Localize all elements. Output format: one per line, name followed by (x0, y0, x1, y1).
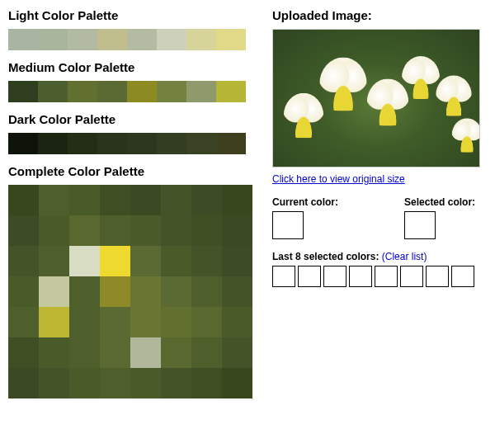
palette-swatch[interactable] (97, 133, 127, 154)
palette-swatch[interactable] (161, 215, 191, 246)
palette-swatch[interactable] (130, 185, 161, 215)
palette-swatch[interactable] (127, 29, 157, 50)
palette-swatch[interactable] (161, 185, 191, 215)
palette-swatch[interactable] (39, 337, 69, 368)
palette-swatch[interactable] (8, 368, 39, 398)
palette-swatch[interactable] (69, 215, 100, 246)
palette-swatch[interactable] (222, 276, 252, 307)
palette-swatch[interactable] (222, 215, 252, 246)
palette-swatch[interactable] (161, 246, 191, 276)
palette-swatch[interactable] (100, 215, 130, 246)
palette-swatch[interactable] (97, 81, 127, 102)
recent-color-box[interactable] (349, 266, 372, 287)
palette-swatch[interactable] (216, 133, 246, 154)
palette-swatch[interactable] (8, 215, 39, 246)
recent-color-box[interactable] (298, 266, 321, 287)
last8-boxes (272, 266, 487, 287)
view-original-link[interactable]: Click here to view original size (272, 173, 405, 185)
palette-swatch[interactable] (186, 81, 216, 102)
palette-swatch[interactable] (69, 337, 100, 368)
palette-swatch[interactable] (39, 246, 69, 276)
palette-swatch[interactable] (69, 185, 100, 215)
palette-swatch[interactable] (39, 276, 69, 307)
palette-swatch[interactable] (191, 185, 222, 215)
complete-palette-title: Complete Color Palette (8, 164, 256, 178)
palette-swatch[interactable] (69, 307, 100, 337)
dark-palette-title: Dark Color Palette (8, 112, 256, 126)
last8-header: Last 8 selected colors: (Clear list) (272, 251, 487, 262)
palette-swatch[interactable] (191, 215, 222, 246)
palette-swatch[interactable] (157, 81, 186, 102)
clear-list-link[interactable]: (Clear list) (382, 251, 427, 262)
palette-swatch[interactable] (222, 307, 252, 337)
palette-swatch[interactable] (191, 337, 222, 368)
recent-color-box[interactable] (400, 266, 423, 287)
palette-swatch[interactable] (100, 337, 130, 368)
palette-swatch[interactable] (191, 368, 222, 398)
palette-swatch[interactable] (68, 81, 97, 102)
palette-swatch[interactable] (161, 368, 191, 398)
flower-icon (402, 56, 440, 99)
palette-swatch[interactable] (127, 133, 157, 154)
palette-swatch[interactable] (130, 246, 161, 276)
palette-swatch[interactable] (8, 276, 39, 307)
palette-swatch[interactable] (69, 276, 100, 307)
palette-swatch[interactable] (100, 368, 130, 398)
palette-swatch[interactable] (130, 337, 161, 368)
palette-swatch[interactable] (69, 368, 100, 398)
palette-swatch[interactable] (186, 133, 216, 154)
palette-swatch[interactable] (222, 246, 252, 276)
palette-swatch[interactable] (161, 337, 191, 368)
palette-swatch[interactable] (68, 29, 97, 50)
palette-swatch[interactable] (8, 307, 39, 337)
medium-palette-title: Medium Color Palette (8, 60, 256, 74)
palette-swatch[interactable] (127, 81, 157, 102)
palette-swatch[interactable] (216, 29, 246, 50)
palette-swatch[interactable] (222, 185, 252, 215)
palette-swatch[interactable] (100, 307, 130, 337)
palette-swatch[interactable] (157, 29, 186, 50)
palette-swatch[interactable] (8, 185, 39, 215)
palette-swatch[interactable] (100, 276, 130, 307)
palette-swatch[interactable] (97, 29, 127, 50)
recent-color-box[interactable] (323, 266, 346, 287)
palette-swatch[interactable] (8, 246, 39, 276)
palette-swatch[interactable] (8, 133, 38, 154)
palette-swatch[interactable] (38, 133, 68, 154)
palette-swatch[interactable] (38, 29, 68, 50)
palette-swatch[interactable] (161, 276, 191, 307)
palette-swatch[interactable] (39, 368, 69, 398)
palette-swatch[interactable] (130, 276, 161, 307)
palette-swatch[interactable] (69, 246, 100, 276)
palette-swatch[interactable] (38, 81, 68, 102)
palette-swatch[interactable] (222, 337, 252, 368)
palette-swatch[interactable] (186, 29, 216, 50)
palette-swatch[interactable] (191, 246, 222, 276)
palette-swatch[interactable] (68, 133, 97, 154)
current-color-block: Current color: (272, 196, 338, 239)
palette-swatch[interactable] (8, 81, 38, 102)
palette-swatch[interactable] (130, 307, 161, 337)
palette-swatch[interactable] (191, 307, 222, 337)
palette-swatch[interactable] (8, 29, 38, 50)
palette-swatch[interactable] (191, 276, 222, 307)
palette-swatch[interactable] (39, 185, 69, 215)
recent-color-box[interactable] (375, 266, 398, 287)
uploaded-image[interactable] (272, 29, 480, 167)
palette-swatch[interactable] (222, 368, 252, 398)
palette-swatch[interactable] (39, 307, 69, 337)
palette-swatch[interactable] (100, 246, 130, 276)
palette-swatch[interactable] (157, 133, 186, 154)
palette-swatch[interactable] (8, 337, 39, 368)
recent-color-box[interactable] (272, 266, 295, 287)
palette-swatch[interactable] (216, 81, 246, 102)
palette-swatch[interactable] (130, 368, 161, 398)
palette-swatch[interactable] (100, 185, 130, 215)
recent-color-box[interactable] (451, 266, 474, 287)
palette-swatch[interactable] (130, 215, 161, 246)
flower-icon (284, 93, 323, 139)
palette-swatch[interactable] (39, 215, 69, 246)
recent-color-box[interactable] (426, 266, 449, 287)
palette-swatch[interactable] (161, 307, 191, 337)
selected-color-block: Selected color: (404, 196, 475, 239)
